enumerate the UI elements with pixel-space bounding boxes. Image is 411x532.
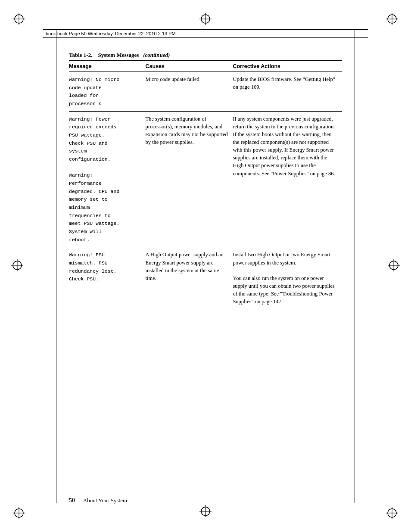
row3-causes: A High Output power supply and an Energy…: [146, 247, 233, 309]
col-header-actions: Corrective Actions: [233, 61, 342, 72]
row1-causes: Micro code update failed.: [146, 72, 233, 112]
table-name: System Messages: [98, 52, 139, 58]
row3-message: Warning! PSUmismatch. PSUredundancy lost…: [69, 247, 146, 309]
table-continued: (continued): [143, 52, 170, 58]
reg-mark-bottom-center: [199, 505, 212, 519]
row2-message: Warning! Powerrequired exceedsPSU wattag…: [69, 111, 146, 247]
table-title: Table 1-2. System Messages (continued): [69, 52, 342, 59]
col-header-causes: Causes: [146, 61, 233, 72]
corner-mark-tr: [386, 13, 398, 25]
footer-separator: |: [78, 497, 80, 504]
row2-causes: The system configuration of processor(s)…: [146, 111, 233, 247]
vline-left: [56, 29, 56, 503]
header-bar: book.book Page 50 Wednesday, December 22…: [43, 29, 368, 38]
reg-mark-top-center: [199, 13, 212, 27]
footer-title: About Your System: [83, 497, 127, 504]
footer: 50 | About Your System: [69, 497, 342, 504]
corner-mark-br: [386, 507, 398, 519]
reg-mark-mid-left: [11, 259, 23, 273]
row2-actions: If any system components were just upgra…: [233, 111, 342, 247]
corner-mark-bl: [13, 507, 25, 519]
table-row: Warning! Powerrequired exceedsPSU wattag…: [69, 111, 342, 247]
vline-right: [355, 29, 355, 503]
col-header-message: Message: [69, 61, 146, 72]
reg-mark-mid-right: [388, 259, 400, 273]
row1-message: Warning! No microcode updateloaded forpr…: [69, 72, 146, 112]
page-number: 50: [69, 497, 75, 504]
content-area: Table 1-2. System Messages (continued) M…: [69, 52, 342, 309]
table-row: Warning! PSUmismatch. PSUredundancy lost…: [69, 247, 342, 309]
table-number: Table 1-2.: [69, 52, 92, 58]
table-row: Warning! No microcode updateloaded forpr…: [69, 72, 342, 112]
corner-mark-tl: [13, 13, 25, 25]
table-header-row: Message Causes Corrective Actions: [69, 61, 342, 72]
row1-actions: Update the BIOS firmware. See "Getting H…: [233, 72, 342, 112]
system-messages-table: Message Causes Corrective Actions Warnin…: [69, 60, 342, 309]
row3-actions: Install two High Output or two Energy Sm…: [233, 247, 342, 309]
page: book.book Page 50 Wednesday, December 22…: [0, 0, 411, 532]
header-text: book.book Page 50 Wednesday, December 22…: [46, 31, 176, 36]
